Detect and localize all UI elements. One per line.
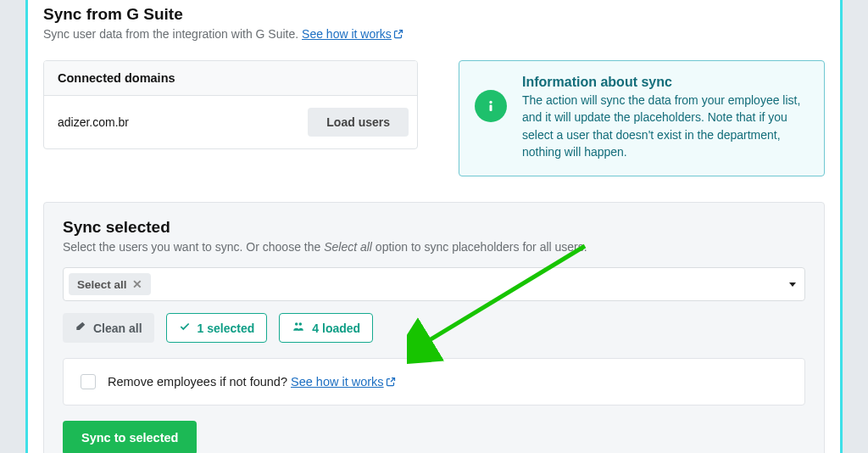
info-card: Information about sync The action will s… bbox=[459, 60, 825, 176]
remove-option-card: Remove employees if not found? See how i… bbox=[63, 358, 805, 405]
remove-chip-icon[interactable]: ✕ bbox=[132, 277, 142, 291]
subtitle-text: Sync user data from the integration with… bbox=[43, 27, 302, 41]
sync-title: Sync selected bbox=[63, 218, 805, 237]
page-title: Sync from G Suite bbox=[43, 0, 825, 24]
loaded-badge: 4 loaded bbox=[279, 313, 373, 343]
sync-panel: Sync selected Select the users you want … bbox=[43, 202, 825, 453]
domain-name: adizer.com.br bbox=[58, 115, 129, 129]
remove-if-not-found-checkbox[interactable] bbox=[81, 374, 96, 389]
select-all-chip[interactable]: Select all ✕ bbox=[69, 273, 151, 295]
svg-point-0 bbox=[489, 101, 492, 103]
info-body: The action will sync the data from your … bbox=[522, 92, 809, 160]
selected-badge: 1 selected bbox=[166, 313, 268, 343]
user-select-dropdown[interactable]: Select all ✕ bbox=[63, 267, 805, 301]
domain-row: adizer.com.br Load users bbox=[44, 96, 417, 148]
external-link-icon bbox=[393, 28, 403, 42]
sync-to-selected-button[interactable]: Sync to selected bbox=[63, 421, 197, 453]
remove-label: Remove employees if not found? See how i… bbox=[108, 375, 396, 389]
info-icon bbox=[475, 90, 507, 122]
sync-subtitle: Select the users you want to sync. Or ch… bbox=[63, 240, 805, 254]
svg-rect-1 bbox=[490, 105, 492, 112]
users-icon bbox=[292, 321, 305, 335]
connected-domains-title: Connected domains bbox=[44, 61, 417, 96]
connected-domains-card: Connected domains adizer.com.br Load use… bbox=[43, 60, 418, 149]
chevron-down-icon bbox=[789, 282, 796, 287]
external-link-icon bbox=[386, 376, 396, 389]
svg-point-3 bbox=[299, 323, 303, 327]
remove-how-it-works-link[interactable]: See how it works bbox=[291, 375, 396, 389]
info-title: Information about sync bbox=[522, 75, 809, 90]
how-it-works-link[interactable]: See how it works bbox=[302, 27, 403, 41]
check-icon bbox=[179, 321, 191, 335]
svg-point-2 bbox=[295, 323, 298, 327]
eraser-icon bbox=[75, 321, 86, 335]
page-subtitle: Sync user data from the integration with… bbox=[43, 27, 825, 42]
clean-all-button[interactable]: Clean all bbox=[63, 313, 154, 343]
load-users-button[interactable]: Load users bbox=[308, 108, 409, 137]
